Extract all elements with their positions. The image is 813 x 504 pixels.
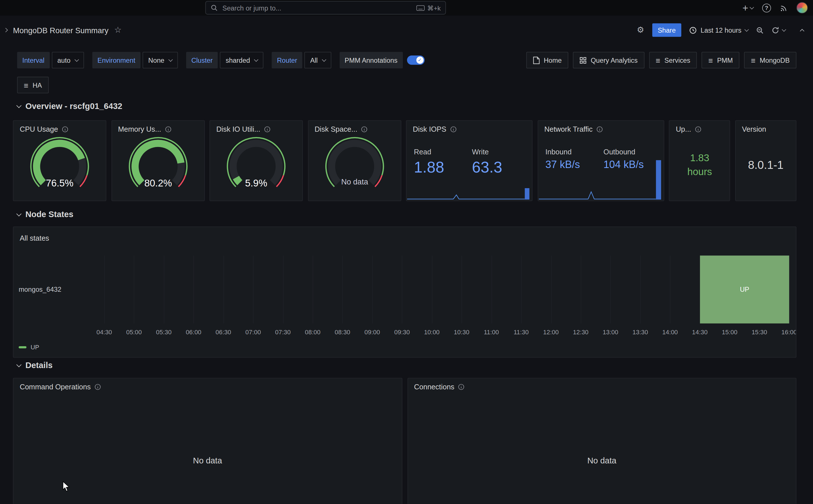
share-button[interactable]: Share <box>652 23 682 37</box>
axis-tick-label: 05:00 <box>121 329 147 336</box>
filter-environment: Environment None <box>92 52 178 68</box>
services-button[interactable]: ≡ Services <box>649 52 697 68</box>
info-icon[interactable] <box>264 126 271 133</box>
axis-tick-label: 06:30 <box>210 329 236 336</box>
refresh-button[interactable] <box>772 26 785 34</box>
query-analytics-button[interactable]: Query Analytics <box>573 52 644 68</box>
axis-tick-label: 15:00 <box>716 329 742 336</box>
panel-title[interactable]: Disk IO Utili... <box>216 125 260 133</box>
panel-command-operations: Command Operations No data <box>13 378 402 504</box>
search-box[interactable]: ⌘+k <box>205 1 446 14</box>
avatar[interactable] <box>797 2 808 13</box>
axis-tick-label: 14:00 <box>657 329 683 336</box>
panel-network-traffic: Network Traffic Inbound 37 kB/s Outbound… <box>538 120 664 201</box>
stat-label: Outbound <box>604 148 662 156</box>
chevron-down-icon <box>168 57 173 61</box>
panel-title[interactable]: Version <box>742 125 766 133</box>
panel-title[interactable]: Command Operations <box>20 383 91 391</box>
info-icon[interactable] <box>695 126 701 133</box>
filter-interval-select[interactable]: auto <box>52 52 84 68</box>
favorite-star-icon[interactable]: ☆ <box>114 26 121 34</box>
cpu-usage-gauge: 76.5% <box>13 134 106 198</box>
panel-title[interactable]: Memory Us... <box>118 125 161 133</box>
info-icon[interactable] <box>165 126 171 133</box>
add-menu-button[interactable]: + <box>742 3 753 13</box>
grid-line <box>164 255 164 323</box>
grid-line <box>283 255 284 323</box>
home-button-label: Home <box>544 56 561 64</box>
chevron-down-icon <box>744 27 749 31</box>
legend-swatch-up <box>19 346 26 348</box>
filter-router-select[interactable]: All <box>305 52 331 68</box>
axis-tick-label: 13:00 <box>598 329 623 336</box>
page-title[interactable]: MongoDB Router Summary <box>13 26 109 34</box>
timeline-legend[interactable]: UP <box>19 344 39 351</box>
info-icon[interactable] <box>596 126 603 133</box>
axis-tick-label: 15:30 <box>746 329 772 336</box>
check-icon: ✓ <box>416 56 424 64</box>
grid-line <box>253 255 254 323</box>
section-details[interactable]: Details <box>17 361 53 370</box>
info-icon[interactable] <box>361 126 368 133</box>
state-timeline[interactable]: UP 04:3005:0005:3006:0006:3007:0007:3008… <box>104 255 789 323</box>
state-up-block[interactable]: UP <box>700 255 789 323</box>
panel-title[interactable]: CPU Usage <box>20 125 58 133</box>
uptime-value: 1.83 <box>690 152 709 165</box>
grid-line <box>313 255 313 323</box>
section-overview-title: Overview - rscfg01_6432 <box>25 102 122 111</box>
stat-value: 104 kB/s <box>604 159 662 171</box>
pmm-button[interactable]: ≡ PMM <box>702 52 740 68</box>
panel-title[interactable]: Network Traffic <box>544 125 593 133</box>
stat-value: 1.88 <box>414 159 472 176</box>
panel-title[interactable]: Disk Space... <box>315 125 357 133</box>
time-range-picker[interactable]: Last 12 hours <box>689 26 748 34</box>
section-details-title: Details <box>25 361 53 370</box>
ha-button[interactable]: ≡ HA <box>17 77 49 93</box>
chevron-up-icon[interactable] <box>800 29 804 33</box>
search-input[interactable] <box>221 3 413 12</box>
panel-disk-space: Disk Space... No data <box>308 120 401 201</box>
panel-title[interactable]: Disk IOPS <box>413 125 446 133</box>
section-node-states[interactable]: Node States <box>17 210 73 219</box>
stat-inbound: Inbound 37 kB/s <box>545 148 604 171</box>
axis-tick-label: 06:00 <box>181 329 206 336</box>
stat-value: 37 kB/s <box>545 159 604 171</box>
version-value: 8.0.1-1 <box>748 157 783 173</box>
memory-usage-gauge: 80.2% <box>112 134 204 198</box>
menu-icon: ≡ <box>656 56 660 64</box>
pmm-annotations-toggle[interactable]: ✓ <box>407 55 424 65</box>
stat-read: Read 1.88 <box>414 148 472 176</box>
stat-label: Write <box>472 148 530 156</box>
info-icon[interactable] <box>458 383 465 390</box>
chevron-down-icon[interactable] <box>782 27 786 31</box>
disk-io-gauge: 5.9% <box>210 134 302 198</box>
mongodb-button[interactable]: ≡ MongoDB <box>744 52 797 68</box>
rss-icon[interactable] <box>780 4 787 12</box>
chevron-down-icon <box>254 57 258 61</box>
info-icon[interactable] <box>62 126 68 133</box>
axis-tick-label: 08:30 <box>330 329 355 336</box>
top-nav: ⌘+k + ? <box>0 0 813 16</box>
stat-value: 63.3 <box>472 159 530 176</box>
info-icon[interactable] <box>94 383 101 390</box>
zoom-out-icon[interactable] <box>756 26 764 34</box>
filter-cluster-select[interactable]: sharded <box>220 52 263 68</box>
toolbar-actions: ⚙ Share Last 12 hours <box>637 23 804 37</box>
section-overview[interactable]: Overview - rscfg01_6432 <box>17 102 122 111</box>
disk-space-gauge: No data <box>308 134 401 198</box>
gear-icon[interactable]: ⚙ <box>637 26 644 34</box>
panel-title[interactable]: Connections <box>414 383 454 391</box>
panel-title[interactable]: All states <box>20 234 49 242</box>
collapse-chevron-icon <box>16 103 22 108</box>
home-button[interactable]: Home <box>526 52 568 68</box>
dashboard-links: Home Query Analytics ≡ Services ≡ PMM ≡ … <box>526 52 796 68</box>
grid-line <box>551 255 552 323</box>
info-icon[interactable] <box>450 126 457 133</box>
help-icon[interactable]: ? <box>762 3 771 12</box>
filter-cluster: Cluster sharded <box>186 52 263 68</box>
panel-title[interactable]: Up... <box>676 125 691 133</box>
filter-interval-label: Interval <box>17 52 49 68</box>
filter-environment-select[interactable]: None <box>143 52 178 68</box>
axis-tick-label: 10:00 <box>419 329 445 336</box>
breadcrumb-chevron-icon[interactable] <box>3 28 8 32</box>
